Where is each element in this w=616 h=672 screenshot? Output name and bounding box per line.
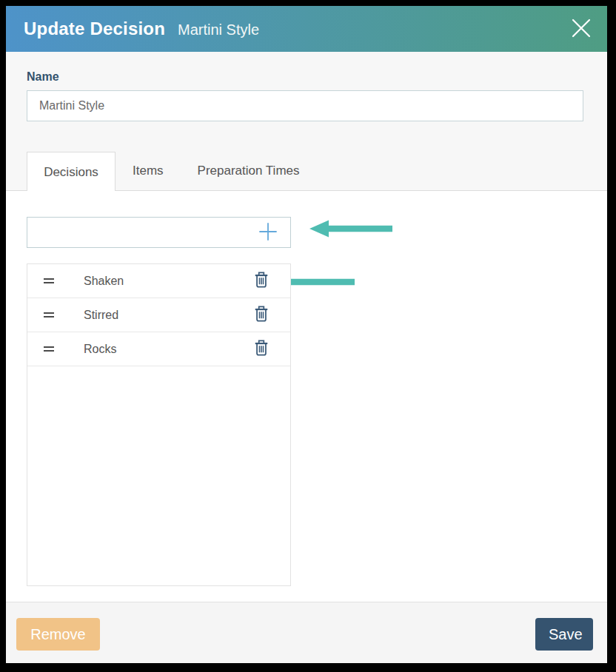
decision-row-stirred: Stirred [27,298,290,332]
decision-row-rocks: Rocks [27,332,290,366]
modal-title: Update Decision [24,19,165,39]
save-button[interactable]: Save [535,618,593,651]
decision-label: Rocks [84,343,116,356]
arrow-left-icon-add-annotation [309,219,392,241]
drag-handle-icon[interactable] [44,346,54,352]
add-decision-box [27,217,291,248]
drag-handle-icon[interactable] [44,278,54,283]
trash-icon [254,272,269,290]
delete-decision-button[interactable] [253,306,270,324]
decision-label: Shaken [84,275,124,288]
add-decision-input[interactable] [27,218,290,247]
trash-icon [254,306,269,324]
drag-handle-icon[interactable] [44,312,54,317]
tab-items[interactable]: Items [116,152,181,190]
modal-subtitle: Martini Style [178,20,259,38]
decision-label: Stirred [84,309,118,322]
name-input[interactable] [27,90,583,121]
update-decision-modal: Update Decision Martini Style Name Decis… [6,6,607,663]
close-icon [571,18,592,41]
plus-icon [258,222,278,243]
name-label: Name [27,70,59,84]
delete-decision-button[interactable] [253,340,270,358]
decisions-tab-panel: Shaken Stirred [6,191,607,602]
add-decision-button[interactable] [258,222,278,243]
trash-icon [254,340,269,358]
delete-decision-button[interactable] [253,272,270,290]
decision-list: Shaken Stirred [27,263,291,586]
tab-decisions[interactable]: Decisions [27,152,116,192]
modal-footer: Remove Save [6,602,607,663]
tab-preparation-times[interactable]: Preparation Times [181,152,317,190]
decision-row-shaken: Shaken [27,264,290,298]
tab-bar: Decisions Items Preparation Times [6,152,607,191]
remove-button[interactable]: Remove [16,618,100,651]
close-button[interactable] [569,16,594,41]
modal-header: Update Decision Martini Style [6,6,607,52]
